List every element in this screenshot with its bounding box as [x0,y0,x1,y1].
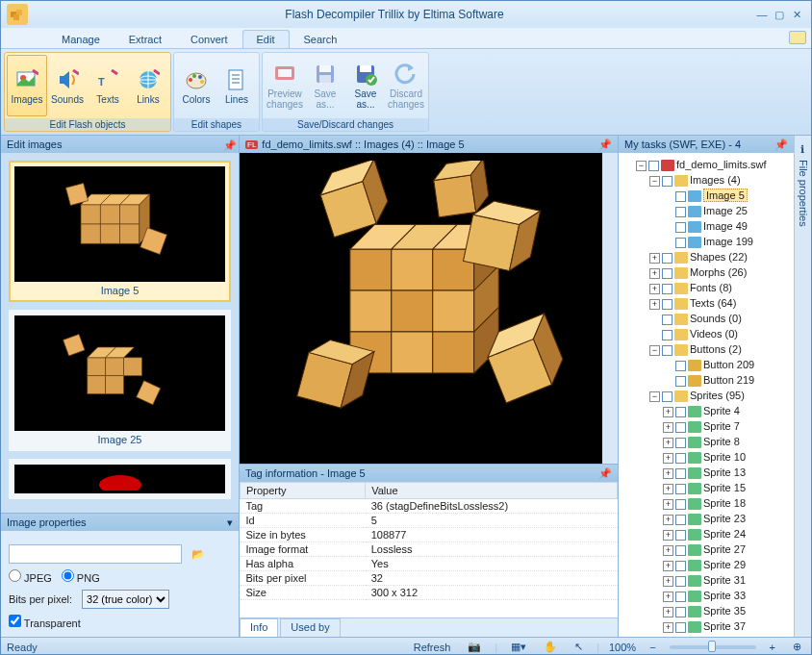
tree-item[interactable]: +Sprite 31 [663,572,790,588]
expand-icon[interactable]: + [649,253,660,264]
expand-icon[interactable]: + [663,499,673,510]
expand-icon[interactable]: + [663,622,673,633]
item-icon [688,514,701,525]
expand-icon[interactable]: + [663,561,673,571]
chevron-down-icon[interactable]: ▾ [227,516,233,529]
expand-icon[interactable]: − [649,345,660,356]
tree-item[interactable]: +Sprite 23 [663,511,790,526]
tab-used-by[interactable]: Used by [280,618,340,637]
links-button[interactable]: Links [128,55,168,116]
tab-search[interactable]: Search [290,30,352,48]
file-properties-tab[interactable]: ℹ File properties [794,136,811,637]
tree-item[interactable]: +Sprite 8 [663,434,790,449]
expand-icon[interactable]: + [663,515,673,525]
format-png-radio[interactable]: PNG [62,569,100,584]
expand-icon[interactable]: + [663,468,673,479]
expand-icon[interactable]: + [649,284,660,294]
fit-button[interactable]: ⊕ [789,641,805,653]
tree-item[interactable]: +Sprite 7 [663,418,790,434]
thumbnail-item[interactable]: Image 25 [9,310,231,451]
expand-icon[interactable]: + [663,607,673,617]
format-jpeg-radio[interactable]: JPEG [9,569,52,584]
tree-item[interactable]: +Sprite 15 [663,480,790,495]
thumbnail-item[interactable]: Image 5 [9,161,231,302]
minimize-button[interactable]: — [753,9,771,20]
expand-icon[interactable]: + [663,592,673,602]
texts-button[interactable]: T Texts [88,55,128,116]
expand-icon[interactable]: + [663,407,673,417]
tree-item[interactable]: +Sprite 27 [663,542,790,557]
expand-icon[interactable]: + [663,530,673,541]
title-bar: Flash Decompiler Trillix by Eltima Softw… [1,1,811,28]
expand-icon[interactable]: + [663,438,673,448]
grid-view-icon[interactable]: ▦▾ [507,641,530,653]
tree-item[interactable]: Image 5 [663,188,790,203]
tree-item[interactable]: +Sprite 33 [663,588,790,603]
tree-item[interactable]: Button 219 [663,372,790,388]
save-as-button[interactable]: Save as... [305,55,345,116]
maximize-button[interactable]: ▢ [771,9,788,21]
tree-item[interactable]: +Sprite 37 [663,618,790,634]
tree-item[interactable]: +Sprite 10 [663,449,790,465]
task-tree[interactable]: −fd_demo_limits.swf −Images (4) Image 5I… [619,153,794,637]
expand-icon[interactable]: + [663,576,673,587]
expand-icon[interactable]: − [649,176,660,187]
close-button[interactable]: ✕ [788,9,805,21]
zoom-in-button[interactable]: + [766,642,779,653]
tree-item[interactable]: +Sprite 13 [663,465,790,480]
thumbnail-list[interactable]: Image 5 Image 25 [1,153,239,513]
camera-icon[interactable]: 📷 [464,641,485,653]
tree-item[interactable]: Image 49 [663,218,790,234]
svg-rect-21 [319,75,331,83]
tab-manage[interactable]: Manage [47,30,114,48]
tree-item[interactable]: Image 25 [663,203,790,218]
thumbnail-item[interactable] [9,459,231,499]
tree-item[interactable]: Button 209 [663,357,790,372]
tree-item[interactable]: +Sprite 29 [663,557,790,572]
tab-info[interactable]: Info [240,618,278,637]
expand-icon[interactable]: + [663,422,673,433]
tag-info-grid[interactable]: PropertyValue Tag36 (stagDefineBitsLossl… [240,482,618,617]
tree-item[interactable]: +Sprite 18 [663,495,790,511]
tree-item[interactable]: +Sprite 4 [663,403,790,418]
vertical-scrollbar[interactable] [602,153,618,464]
tab-extract[interactable]: Extract [114,30,176,48]
images-button[interactable]: Images [7,55,47,116]
quick-access-icon[interactable] [789,31,806,44]
tree-item[interactable]: Image 199 [663,234,790,249]
tab-edit[interactable]: Edit [242,30,290,48]
pin-icon[interactable]: 📌 [598,467,612,480]
zoom-out-button[interactable]: − [646,642,659,653]
sounds-button[interactable]: Sounds [47,55,88,116]
tag-info-panel: Tag information - Image 5 📌 PropertyValu… [240,464,618,637]
expand-icon[interactable]: + [663,484,673,494]
preview-area[interactable] [240,153,618,464]
tab-convert[interactable]: Convert [176,30,242,48]
pin-icon[interactable]: 📌 [598,139,612,151]
preview-changes-button[interactable]: Preview changes [265,55,305,116]
refresh-button[interactable]: Refresh [410,642,455,653]
table-row: Size300 x 312 [241,586,618,600]
pin-icon[interactable]: 📌 [774,139,788,151]
expand-icon[interactable]: + [649,268,660,279]
zoom-slider[interactable] [670,645,756,649]
expand-icon[interactable]: + [663,453,673,464]
app-icon [7,4,28,25]
transparent-checkbox[interactable]: Transparent [9,615,81,629]
expand-icon[interactable]: + [649,299,660,310]
hand-icon[interactable]: ✋ [540,641,561,653]
save-as2-button[interactable]: Save as... [345,55,386,116]
lines-button[interactable]: Lines [216,55,257,116]
tree-item[interactable]: +Sprite 35 [663,603,790,618]
bpp-select[interactable]: 32 (true color) [82,590,169,609]
colors-button[interactable]: Colors [176,55,216,116]
browse-icon[interactable]: 📂 [191,548,205,561]
expand-icon[interactable]: − [636,161,647,171]
expand-icon[interactable]: + [663,545,673,556]
expand-icon[interactable]: − [649,391,660,402]
pointer-icon[interactable]: ↖ [571,641,587,653]
image-path-field[interactable] [9,544,182,564]
tree-item[interactable]: +Sprite 24 [663,526,790,542]
pin-icon[interactable]: 📌 [223,139,233,149]
discard-changes-button[interactable]: Discard changes [386,55,426,116]
